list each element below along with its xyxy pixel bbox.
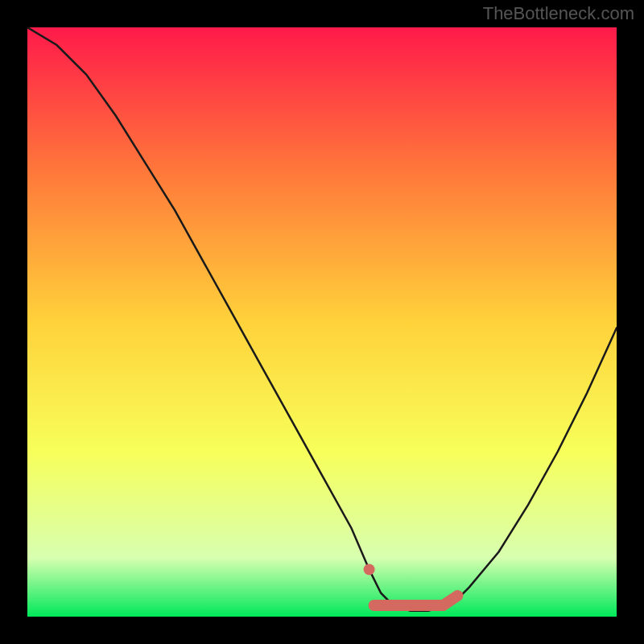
chart-plot-area: [27, 27, 617, 617]
chart-svg: [27, 27, 617, 617]
watermark-label: TheBottleneck.com: [483, 3, 634, 24]
optimal-zone-start-marker: [364, 564, 375, 575]
